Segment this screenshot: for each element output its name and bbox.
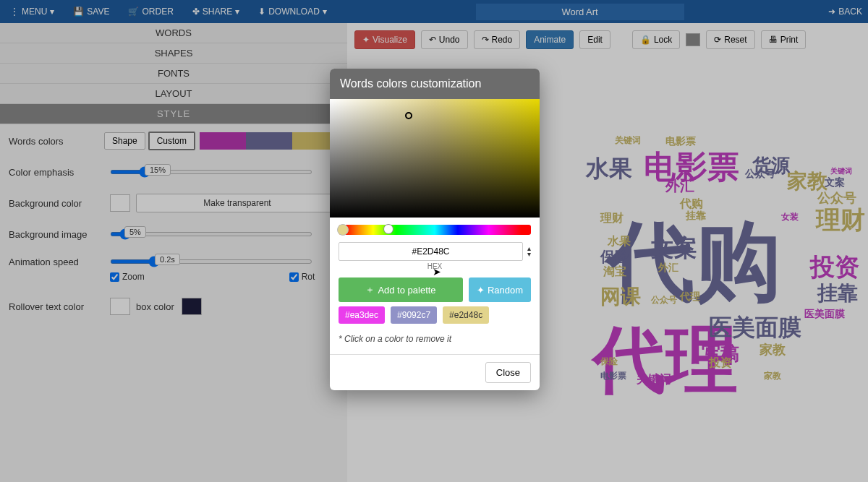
plus-icon: ＋ [365,283,375,296]
picker-cursor[interactable] [405,112,412,119]
hue-thumb[interactable] [383,224,393,234]
hex-input[interactable] [339,242,523,261]
palette-row: #ea3dec#9092c7#e2d48c [330,306,540,331]
palette-hint: * Click on a color to remove it [330,331,540,354]
color-picker-area[interactable] [330,99,540,218]
random-icon: ✦ [477,285,485,296]
current-color-chip [337,224,349,236]
palette-chip[interactable]: #ea3dec [339,306,385,324]
random-button[interactable]: ✦Random [469,277,531,302]
palette-chip[interactable]: #e2d48c [443,306,489,324]
hue-slider[interactable] [339,225,531,235]
add-to-palette-button[interactable]: ＋Add to palette [339,277,463,302]
mouse-cursor: ➤ [433,266,441,277]
hex-spinner[interactable]: ▴▾ [527,246,531,257]
color-modal: Words colors customization ▴▾ HEX ＋Add t… [330,69,540,390]
modal-title: Words colors customization [330,69,540,99]
close-button[interactable]: Close [485,362,531,383]
palette-chip[interactable]: #9092c7 [391,306,437,324]
